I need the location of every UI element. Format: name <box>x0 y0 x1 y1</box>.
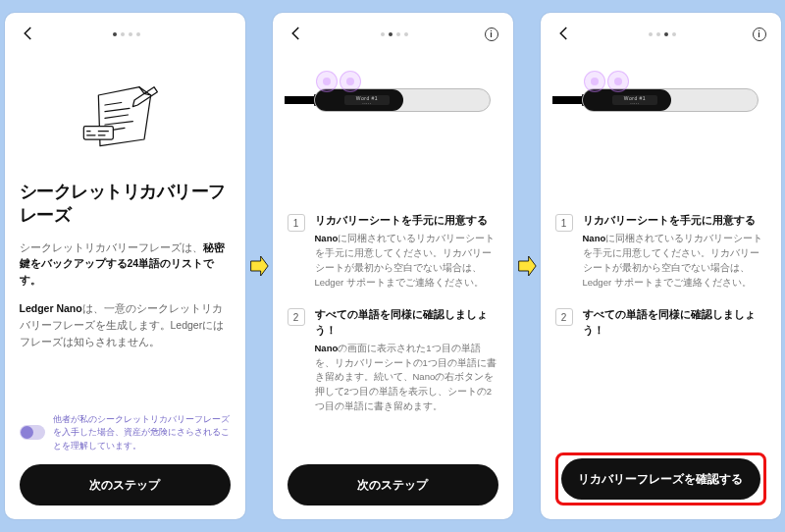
topbar: i <box>555 23 766 46</box>
device-illustration: Word #1····· <box>288 56 498 144</box>
next-step-button[interactable]: 次のステップ <box>288 464 498 505</box>
step-1: 1 リカバリーシートを手元に用意する Nanoに同梱されているリカバリーシートを… <box>555 213 766 290</box>
intro-paragraph-1: シークレットリカバリーフレーズは、秘密鍵をバックアップする24単語のリストです。 <box>20 239 231 289</box>
step-text: Nanoに同梱されているリカバリーシートを手元に用意してください。リカバリーシー… <box>583 232 766 290</box>
info-icon[interactable]: i <box>753 27 766 41</box>
step-number: 2 <box>555 308 573 326</box>
step-2: 2 すべての単語を同様に確認しましょう！ <box>555 307 766 342</box>
acknowledge-block: 他者が私のシークレットリカバリーフレーズを入手した場合、資産が危険にさらされるこ… <box>20 413 231 453</box>
progress-dots <box>649 32 676 36</box>
back-icon[interactable] <box>555 25 573 45</box>
step-number: 1 <box>288 214 305 232</box>
svg-rect-0 <box>83 127 113 139</box>
step-1: 1 リカバリーシートを手元に用意する Nanoに同梱されているリカバリーシートを… <box>288 213 498 290</box>
button-highlight-icon <box>607 71 629 92</box>
screen-recovery-steps-2: i Word #1····· 1 リカバリーシートを手元に用意する Nanoに同… <box>541 13 781 519</box>
button-highlight-icon <box>340 71 361 92</box>
step-text: Nanoに同梱されているリカバリーシートを手元に用意してください。リカバリーシー… <box>315 232 498 290</box>
step-2: 2 すべての単語を同様に確認しましょう！ Nanoの画面に表示された1つ目の単語… <box>288 307 498 413</box>
next-step-button[interactable]: 次のステップ <box>20 464 231 505</box>
acknowledge-toggle[interactable] <box>20 425 45 440</box>
flow-arrow-icon <box>517 253 537 279</box>
back-icon[interactable] <box>20 25 37 45</box>
screen-recovery-intro: シークレットリカバリーフレーズ シークレットリカバリーフレーズは、秘密鍵をバック… <box>5 13 245 519</box>
flow-arrow-icon <box>249 253 269 279</box>
button-highlight-icon <box>316 71 338 92</box>
highlighted-cta-wrap: リカバリーフレーズを確認する <box>555 452 766 505</box>
info-icon[interactable]: i <box>485 27 498 41</box>
topbar <box>20 23 231 46</box>
acknowledge-text: 他者が私のシークレットリカバリーフレーズを入手した場合、資産が危険にさらされるこ… <box>53 413 231 453</box>
step-title: すべての単語を同様に確認しましょう！ <box>583 307 766 338</box>
back-icon[interactable] <box>288 25 305 45</box>
step-number: 2 <box>288 308 305 326</box>
step-title: リカバリーシートを手元に用意する <box>315 213 498 228</box>
button-highlight-icon <box>584 71 605 92</box>
page-title: シークレットリカバリーフレーズ <box>20 180 231 228</box>
intro-paragraph-2: Ledger Nanoは、一意のシークレットリカバリーフレーズを生成します。Le… <box>20 300 231 349</box>
progress-dots <box>381 32 408 36</box>
confirm-recovery-button[interactable]: リカバリーフレーズを確認する <box>561 458 760 500</box>
step-title: すべての単語を同様に確認しましょう！ <box>315 307 498 338</box>
recovery-sheet-illustration <box>20 56 231 154</box>
step-title: リカバリーシートを手元に用意する <box>583 213 766 228</box>
device-illustration: Word #1····· <box>555 56 766 144</box>
step-number: 1 <box>555 214 573 232</box>
topbar: i <box>288 23 498 46</box>
screen-recovery-steps-1: i Word #1····· 1 リカバリーシートを手元に用意する Nanoに同… <box>273 13 513 519</box>
step-text: Nanoの画面に表示された1つ目の単語を、リカバリーシートの1つ目の単語に書き留… <box>315 342 498 414</box>
progress-dots <box>113 32 140 36</box>
